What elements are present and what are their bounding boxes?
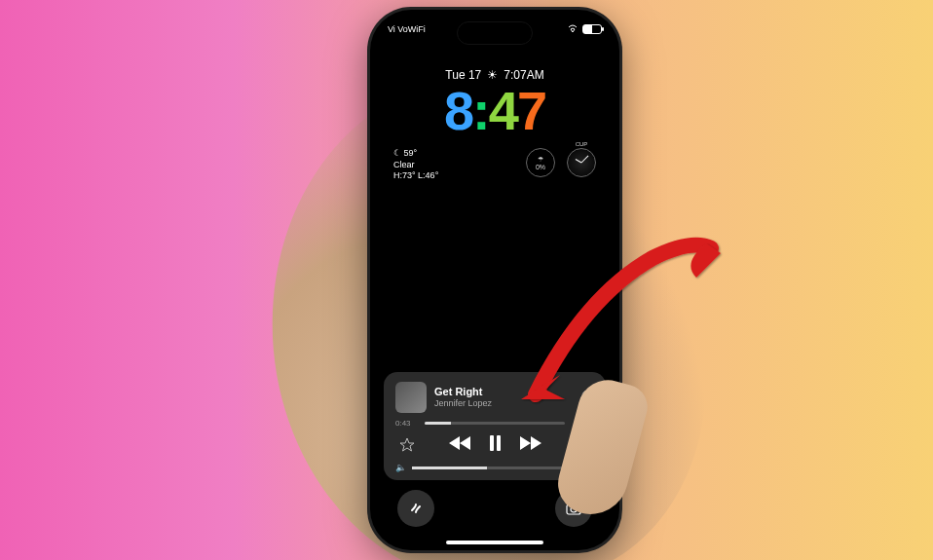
- clock-digit-3: 7: [517, 80, 545, 141]
- world-clock-label: CUP: [576, 141, 588, 147]
- battery-icon: [582, 24, 602, 34]
- album-art[interactable]: [395, 382, 427, 413]
- home-indicator[interactable]: [446, 541, 543, 544]
- umbrella-icon: ☂: [538, 156, 543, 164]
- wifi-icon: [567, 23, 578, 35]
- lockscreen-clock: 8:47: [370, 84, 619, 138]
- clock-colon: :: [472, 80, 489, 141]
- playback-controls: [395, 435, 594, 455]
- status-right: [567, 23, 602, 35]
- dynamic-island: [457, 21, 533, 45]
- weather-hi-lo: H:73° L:46°: [393, 170, 514, 182]
- track-title: Get Right: [434, 386, 573, 398]
- world-clock-widget[interactable]: CUP: [567, 148, 596, 177]
- pause-icon: [490, 435, 501, 451]
- precip-value: 0%: [536, 164, 545, 170]
- favorite-button[interactable]: [399, 437, 415, 453]
- volume-fill: [412, 467, 487, 469]
- track-info[interactable]: Get Right Jennifer Lopez: [434, 386, 573, 409]
- track-artist: Jennifer Lopez: [434, 398, 573, 409]
- weather-widget[interactable]: ☾ 59° Clear H:73° L:46°: [393, 148, 514, 182]
- volume-low-icon: 🔈: [395, 463, 406, 472]
- progress-fill: [425, 422, 451, 425]
- carrier-label: Vi VoWiFi: [388, 24, 426, 34]
- progress-bar[interactable]: [425, 422, 565, 425]
- clock-digit-2: 4: [489, 80, 517, 141]
- volume-slider[interactable]: [412, 467, 578, 469]
- pause-button[interactable]: [490, 435, 501, 455]
- forward-button[interactable]: [520, 436, 541, 454]
- weather-temp: ☾ 59°: [393, 148, 514, 160]
- scrubber[interactable]: 0:43 -3:03: [395, 419, 594, 428]
- widget-row: ☾ 59° Clear H:73° L:46° ☂ 0% CUP: [370, 138, 619, 182]
- elapsed-time: 0:43: [395, 419, 419, 428]
- precipitation-widget[interactable]: ☂ 0%: [526, 148, 555, 177]
- clock-digit-1: 8: [444, 80, 472, 141]
- weather-condition: Clear: [393, 160, 514, 171]
- shazam-button[interactable]: [397, 490, 434, 527]
- rewind-button[interactable]: [449, 436, 470, 454]
